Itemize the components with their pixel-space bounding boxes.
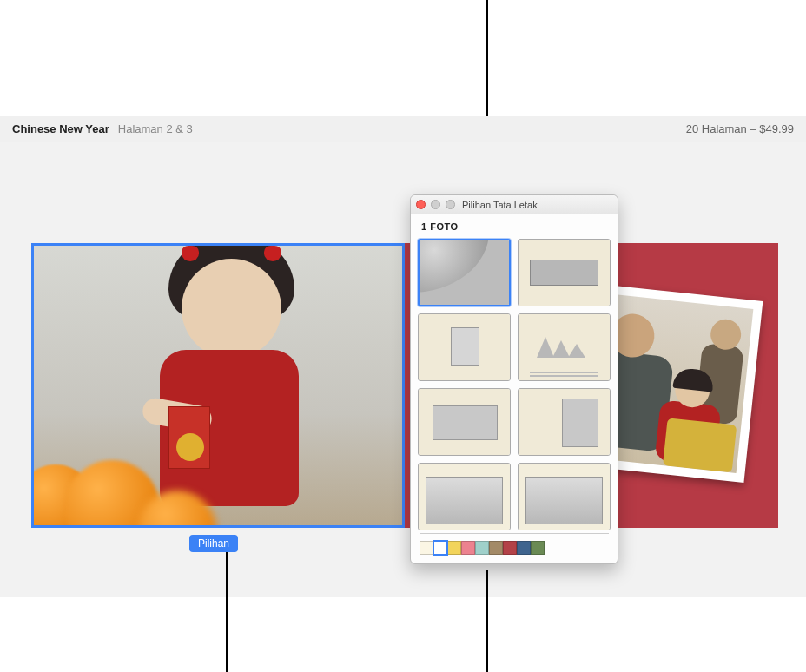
- color-swatch-7[interactable]: [517, 541, 531, 555]
- window-close-icon[interactable]: [416, 200, 426, 209]
- page-count-price: 20 Halaman – $49.99: [686, 122, 794, 135]
- window-zoom-icon: [446, 200, 455, 209]
- color-swatch-4[interactable]: [475, 541, 489, 555]
- editor-header: Chinese New Year Halaman 2 & 3 20 Halama…: [0, 116, 806, 142]
- layout-options-popup: Pilihan Tata Letak 1 FOTO: [410, 194, 618, 564]
- section-label-photo-count: 1 FOTO: [411, 214, 618, 235]
- popup-titlebar[interactable]: Pilihan Tata Letak: [411, 195, 618, 214]
- color-swatch-5[interactable]: [489, 541, 503, 555]
- window-minimize-icon: [431, 200, 440, 209]
- background-color-row: [411, 534, 618, 563]
- book-page-left[interactable]: [31, 243, 405, 528]
- layout-option-bridge-right[interactable]: [518, 463, 611, 530]
- project-title: Chinese New Year: [12, 122, 109, 135]
- editor-canvas: Pilihan Pilihan Tata Letak 1 FOTO: [0, 142, 806, 597]
- callout-line-color-row: [486, 570, 488, 672]
- layout-option-small-center[interactable]: [418, 313, 511, 381]
- callout-line-top: [486, 0, 488, 116]
- callout-line-options-button: [226, 552, 228, 672]
- oranges-foreground: [31, 447, 234, 528]
- page-indicator: Halaman 2 & 3: [118, 122, 193, 135]
- color-swatch-6[interactable]: [503, 541, 517, 555]
- layout-option-bridge-left[interactable]: [418, 463, 511, 530]
- photo-detail-box: [663, 418, 737, 472]
- layout-option-opera-caption[interactable]: [518, 313, 611, 381]
- layout-grid: [411, 235, 618, 533]
- layout-option-full-bleed[interactable]: [418, 239, 511, 306]
- color-swatch-3[interactable]: [461, 541, 475, 555]
- popup-title: Pilihan Tata Letak: [462, 200, 538, 210]
- color-swatch-8[interactable]: [531, 541, 545, 555]
- color-swatch-1[interactable]: [433, 541, 447, 555]
- bottom-whitespace: [0, 597, 806, 672]
- color-swatch-2[interactable]: [447, 541, 461, 555]
- layout-option-panorama[interactable]: [518, 239, 611, 306]
- color-swatch-0[interactable]: [420, 541, 433, 555]
- layout-option-portrait-right[interactable]: [518, 388, 611, 456]
- options-button[interactable]: Pilihan: [189, 535, 238, 552]
- layout-option-horse-wide[interactable]: [418, 388, 511, 456]
